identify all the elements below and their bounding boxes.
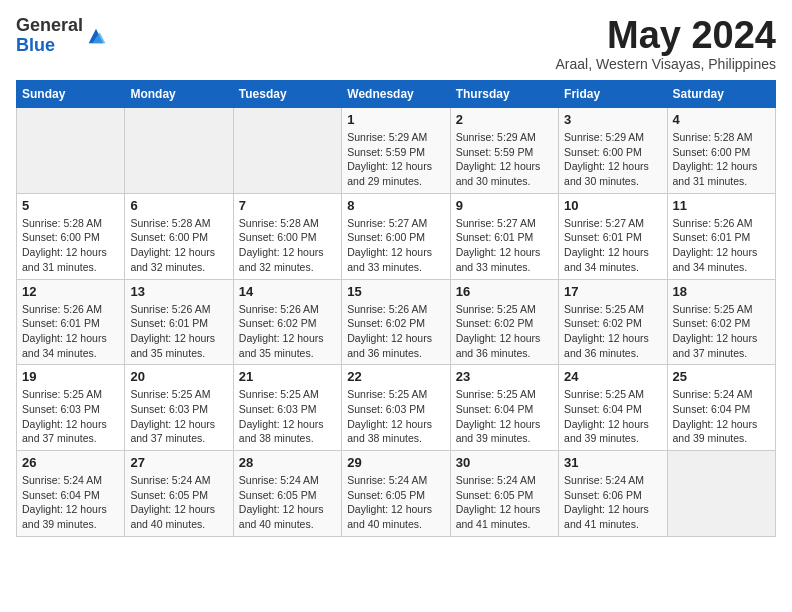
day-detail: Sunrise: 5:25 AMSunset: 6:04 PMDaylight:… [456,387,553,446]
day-header-saturday: Saturday [667,81,775,108]
day-number: 25 [673,369,770,384]
day-number: 13 [130,284,227,299]
calendar-cell: 8Sunrise: 5:27 AMSunset: 6:00 PMDaylight… [342,193,450,279]
day-detail: Sunrise: 5:26 AMSunset: 6:01 PMDaylight:… [22,302,119,361]
calendar-cell: 23Sunrise: 5:25 AMSunset: 6:04 PMDayligh… [450,365,558,451]
day-detail: Sunrise: 5:24 AMSunset: 6:05 PMDaylight:… [239,473,336,532]
day-detail: Sunrise: 5:27 AMSunset: 6:01 PMDaylight:… [564,216,661,275]
day-detail: Sunrise: 5:27 AMSunset: 6:00 PMDaylight:… [347,216,444,275]
day-number: 10 [564,198,661,213]
day-header-sunday: Sunday [17,81,125,108]
day-number: 12 [22,284,119,299]
day-detail: Sunrise: 5:26 AMSunset: 6:02 PMDaylight:… [347,302,444,361]
calendar-cell: 17Sunrise: 5:25 AMSunset: 6:02 PMDayligh… [559,279,667,365]
day-detail: Sunrise: 5:24 AMSunset: 6:06 PMDaylight:… [564,473,661,532]
day-number: 18 [673,284,770,299]
day-number: 11 [673,198,770,213]
calendar-cell [667,451,775,537]
day-number: 3 [564,112,661,127]
day-number: 22 [347,369,444,384]
month-title: May 2024 [556,16,776,54]
day-header-tuesday: Tuesday [233,81,341,108]
calendar-cell [233,108,341,194]
day-detail: Sunrise: 5:25 AMSunset: 6:04 PMDaylight:… [564,387,661,446]
calendar-cell: 4Sunrise: 5:28 AMSunset: 6:00 PMDaylight… [667,108,775,194]
calendar-cell: 6Sunrise: 5:28 AMSunset: 6:00 PMDaylight… [125,193,233,279]
calendar-cell: 5Sunrise: 5:28 AMSunset: 6:00 PMDaylight… [17,193,125,279]
day-number: 30 [456,455,553,470]
location-subtitle: Araal, Western Visayas, Philippines [556,56,776,72]
day-detail: Sunrise: 5:26 AMSunset: 6:02 PMDaylight:… [239,302,336,361]
day-detail: Sunrise: 5:24 AMSunset: 6:05 PMDaylight:… [456,473,553,532]
calendar-week-row: 12Sunrise: 5:26 AMSunset: 6:01 PMDayligh… [17,279,776,365]
calendar-cell: 10Sunrise: 5:27 AMSunset: 6:01 PMDayligh… [559,193,667,279]
calendar-week-row: 5Sunrise: 5:28 AMSunset: 6:00 PMDaylight… [17,193,776,279]
calendar-cell: 30Sunrise: 5:24 AMSunset: 6:05 PMDayligh… [450,451,558,537]
day-detail: Sunrise: 5:24 AMSunset: 6:05 PMDaylight:… [130,473,227,532]
calendar-cell [17,108,125,194]
calendar-cell: 16Sunrise: 5:25 AMSunset: 6:02 PMDayligh… [450,279,558,365]
calendar-cell: 28Sunrise: 5:24 AMSunset: 6:05 PMDayligh… [233,451,341,537]
day-detail: Sunrise: 5:29 AMSunset: 6:00 PMDaylight:… [564,130,661,189]
day-detail: Sunrise: 5:24 AMSunset: 6:04 PMDaylight:… [22,473,119,532]
day-number: 1 [347,112,444,127]
calendar-cell: 21Sunrise: 5:25 AMSunset: 6:03 PMDayligh… [233,365,341,451]
calendar-cell: 24Sunrise: 5:25 AMSunset: 6:04 PMDayligh… [559,365,667,451]
logo: General Blue [16,16,107,56]
calendar-cell: 9Sunrise: 5:27 AMSunset: 6:01 PMDaylight… [450,193,558,279]
calendar-cell: 7Sunrise: 5:28 AMSunset: 6:00 PMDaylight… [233,193,341,279]
day-number: 23 [456,369,553,384]
day-number: 7 [239,198,336,213]
day-number: 17 [564,284,661,299]
day-detail: Sunrise: 5:25 AMSunset: 6:02 PMDaylight:… [456,302,553,361]
calendar-cell: 22Sunrise: 5:25 AMSunset: 6:03 PMDayligh… [342,365,450,451]
day-detail: Sunrise: 5:25 AMSunset: 6:03 PMDaylight:… [239,387,336,446]
day-detail: Sunrise: 5:26 AMSunset: 6:01 PMDaylight:… [130,302,227,361]
page-header: General Blue May 2024 Araal, Western Vis… [16,16,776,72]
day-detail: Sunrise: 5:29 AMSunset: 5:59 PMDaylight:… [456,130,553,189]
day-detail: Sunrise: 5:29 AMSunset: 5:59 PMDaylight:… [347,130,444,189]
day-header-thursday: Thursday [450,81,558,108]
day-number: 21 [239,369,336,384]
calendar-cell: 25Sunrise: 5:24 AMSunset: 6:04 PMDayligh… [667,365,775,451]
day-number: 16 [456,284,553,299]
calendar-cell: 1Sunrise: 5:29 AMSunset: 5:59 PMDaylight… [342,108,450,194]
calendar-cell: 11Sunrise: 5:26 AMSunset: 6:01 PMDayligh… [667,193,775,279]
day-detail: Sunrise: 5:25 AMSunset: 6:03 PMDaylight:… [130,387,227,446]
day-detail: Sunrise: 5:25 AMSunset: 6:02 PMDaylight:… [673,302,770,361]
calendar-week-row: 1Sunrise: 5:29 AMSunset: 5:59 PMDaylight… [17,108,776,194]
calendar-cell: 19Sunrise: 5:25 AMSunset: 6:03 PMDayligh… [17,365,125,451]
day-number: 9 [456,198,553,213]
calendar-cell: 14Sunrise: 5:26 AMSunset: 6:02 PMDayligh… [233,279,341,365]
calendar-week-row: 19Sunrise: 5:25 AMSunset: 6:03 PMDayligh… [17,365,776,451]
day-number: 20 [130,369,227,384]
logo-icon [85,25,107,47]
day-number: 8 [347,198,444,213]
title-block: May 2024 Araal, Western Visayas, Philipp… [556,16,776,72]
calendar-cell: 29Sunrise: 5:24 AMSunset: 6:05 PMDayligh… [342,451,450,537]
calendar-cell: 12Sunrise: 5:26 AMSunset: 6:01 PMDayligh… [17,279,125,365]
calendar-cell: 31Sunrise: 5:24 AMSunset: 6:06 PMDayligh… [559,451,667,537]
day-detail: Sunrise: 5:27 AMSunset: 6:01 PMDaylight:… [456,216,553,275]
day-number: 27 [130,455,227,470]
calendar-cell: 18Sunrise: 5:25 AMSunset: 6:02 PMDayligh… [667,279,775,365]
day-number: 31 [564,455,661,470]
day-detail: Sunrise: 5:25 AMSunset: 6:03 PMDaylight:… [347,387,444,446]
day-header-friday: Friday [559,81,667,108]
day-number: 19 [22,369,119,384]
day-number: 6 [130,198,227,213]
day-detail: Sunrise: 5:26 AMSunset: 6:01 PMDaylight:… [673,216,770,275]
day-number: 28 [239,455,336,470]
calendar-header-row: SundayMondayTuesdayWednesdayThursdayFrid… [17,81,776,108]
calendar-week-row: 26Sunrise: 5:24 AMSunset: 6:04 PMDayligh… [17,451,776,537]
day-number: 24 [564,369,661,384]
calendar-table: SundayMondayTuesdayWednesdayThursdayFrid… [16,80,776,537]
day-detail: Sunrise: 5:28 AMSunset: 6:00 PMDaylight:… [673,130,770,189]
calendar-cell: 2Sunrise: 5:29 AMSunset: 5:59 PMDaylight… [450,108,558,194]
calendar-cell: 27Sunrise: 5:24 AMSunset: 6:05 PMDayligh… [125,451,233,537]
day-number: 29 [347,455,444,470]
day-number: 2 [456,112,553,127]
day-number: 26 [22,455,119,470]
day-number: 14 [239,284,336,299]
day-number: 4 [673,112,770,127]
